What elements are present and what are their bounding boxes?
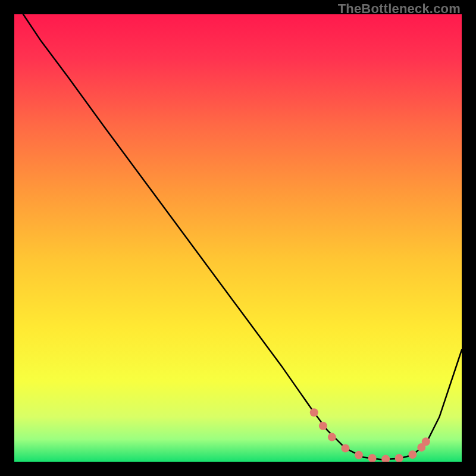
marker-dot (342, 444, 350, 452)
chart-svg (14, 14, 462, 462)
marker-dot (310, 408, 318, 416)
marker-dot (328, 433, 336, 441)
marker-dot (408, 450, 416, 459)
gradient-background (14, 14, 462, 462)
marker-dot (355, 451, 363, 459)
watermark-text: TheBottleneck.com (338, 1, 461, 17)
marker-dot (422, 437, 430, 446)
marker-dot (319, 422, 327, 430)
